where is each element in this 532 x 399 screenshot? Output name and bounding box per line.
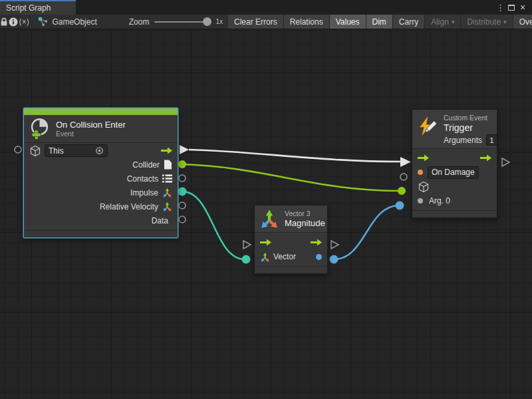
tab-bar: Script Graph ⋮ × [0,0,532,15]
lock-button[interactable] [0,15,9,29]
zoom-value: 1x [215,18,223,25]
object-picker-icon[interactable] [95,146,104,155]
zoom-slider-handle[interactable] [203,17,211,26]
graph-canvas[interactable]: On Collision Enter Event This [0,29,532,399]
self-target-field[interactable]: This [45,144,108,157]
port-target-in[interactable] [398,187,406,195]
info-button[interactable] [9,15,19,29]
port-control-out-empty[interactable] [331,241,338,249]
float-port-dot[interactable] [316,254,322,260]
port-data-out-empty[interactable] [179,216,186,223]
wire-impulse[interactable] [182,192,245,259]
node-subtitle: Event [56,130,126,138]
port-name-in-empty[interactable] [400,174,407,180]
overview-button[interactable]: Overview [513,15,532,29]
port-relative-velocity-out-empty[interactable] [179,202,186,209]
control-arrow-icon[interactable] [161,147,172,154]
collision-event-icon [29,118,51,140]
maximize-icon[interactable] [508,5,515,11]
list-icon [162,174,172,183]
node-footer [412,210,497,217]
graph-icon [38,17,48,27]
port-row-relative-velocity[interactable]: Relative Velocity [24,200,178,213]
control-arrow-icon[interactable] [418,154,429,162]
node-title: Magnitude [285,218,325,228]
arguments-label: Arguments [444,136,482,145]
code-view-button[interactable]: ⟨×⟩ [19,15,30,29]
port-self-in-empty[interactable] [15,146,21,153]
port-row-target[interactable] [412,180,497,194]
chevron-down-icon: ▾ [503,19,507,25]
node-title: On Collision Enter [56,120,126,130]
tab-title: Script Graph [6,3,51,13]
chevron-down-icon: ▾ [452,19,455,25]
port-control-out-connected[interactable] [180,145,189,154]
port-arg0-in[interactable] [396,201,404,210]
wire-magnitude[interactable] [334,205,399,259]
zoom-label: Zoom [129,17,150,27]
relations-button[interactable]: Relations [284,15,330,29]
dim-button[interactable]: Dim [366,15,393,29]
string-port-dot[interactable] [418,170,423,175]
wire-arrowhead[interactable] [400,157,411,167]
port-result-out[interactable] [330,255,338,264]
tab-script-graph[interactable]: Script Graph [0,0,76,15]
control-arrow-icon[interactable] [480,154,491,162]
node-footer [255,266,327,273]
node-category: Custom Event [444,114,497,122]
node-vector3-magnitude[interactable]: Vector 3 Magnitude [254,205,328,274]
object-port-dot[interactable] [418,198,423,203]
node-category: Vector 3 [285,209,325,218]
vector3-icon [260,252,270,262]
event-accent-bar [24,108,178,115]
port-impulse-out[interactable] [178,188,187,196]
graph-target-button[interactable]: GameObject [30,15,104,29]
node-footer [24,230,178,237]
zoom-slider[interactable] [154,21,210,23]
wire-collider[interactable] [182,164,402,191]
port-row-event-name[interactable]: On Damage [412,166,497,180]
distribute-button[interactable]: Distribute▾ [461,15,513,29]
port-row-impulse[interactable]: Impulse [24,186,178,200]
close-icon[interactable]: × [519,4,527,11]
port-collider-out[interactable] [178,160,186,168]
custom-event-icon [417,116,438,137]
control-arrow-icon[interactable] [260,239,271,246]
event-name-field[interactable]: On Damage [428,166,479,179]
script-graph-window: Script Graph ⋮ × ⟨×⟩ GameObject [0,0,532,399]
zoom-control: Zoom 1x [124,15,228,29]
values-button[interactable]: Values [330,15,366,29]
node-title: Trigger [444,122,497,134]
control-arrow-icon[interactable] [311,239,322,246]
port-row-vector[interactable]: Vector [255,249,327,264]
lock-icon [0,17,8,27]
clear-errors-button[interactable]: Clear Errors [228,15,284,29]
port-vector-in[interactable] [242,255,251,264]
carry-button[interactable]: Carry [393,15,425,29]
node-trigger-custom-event[interactable]: Custom Event Trigger Arguments 1 [412,109,497,218]
vector3-icon [259,209,279,229]
port-row-arg0[interactable]: Arg. 0 [412,194,497,209]
port-row-data[interactable]: Data [24,213,178,227]
port-contacts-out-empty[interactable] [179,175,186,182]
port-control-in-empty[interactable] [243,241,251,249]
cube-icon [418,181,430,193]
wire-control[interactable] [189,150,401,162]
code-icon: ⟨×⟩ [19,17,29,27]
align-button[interactable]: Align▾ [425,15,461,29]
node-on-collision-enter[interactable]: On Collision Enter Event This [23,108,178,238]
vector3-icon [162,188,172,198]
window-menu-icon[interactable]: ⋮ [496,3,504,13]
cube-icon [29,145,41,157]
graph-toolbar: ⟨×⟩ GameObject Zoom 1x Clear Errors Rela… [0,15,532,29]
vector3-icon [162,201,172,211]
arguments-count-field[interactable]: 1 [486,134,497,146]
info-icon [9,17,18,27]
document-icon [164,160,172,170]
gameobject-label: GameObject [52,17,96,27]
port-row-collider[interactable]: Collider [24,158,178,172]
port-control-out-empty[interactable] [502,158,509,166]
port-row-contacts[interactable]: Contacts [24,172,178,186]
